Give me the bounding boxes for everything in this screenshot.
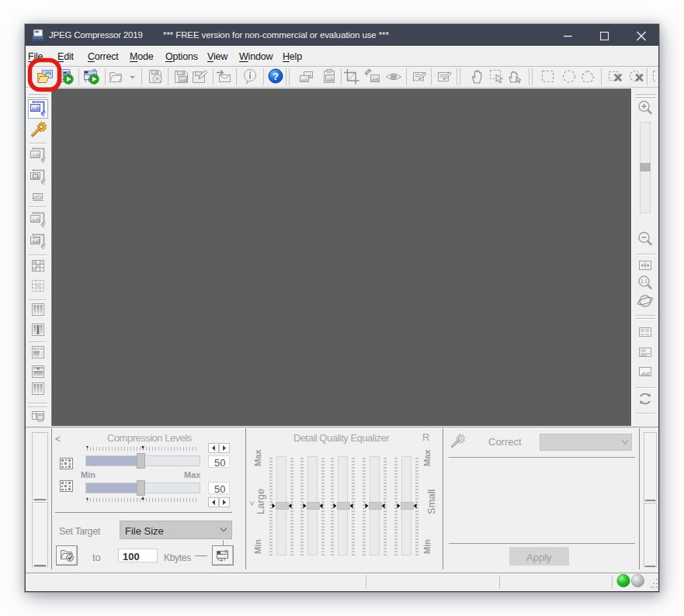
svg-text:1:1: 1:1 xyxy=(641,279,648,284)
svg-text:?: ? xyxy=(273,71,279,82)
